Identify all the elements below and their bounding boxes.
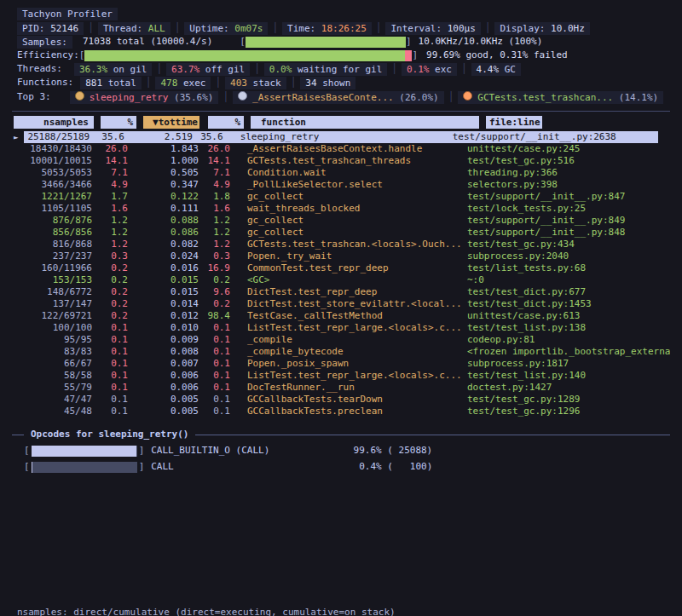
table-row[interactable]: 816/8681.20.0821.2GCTests.test_trashcan.… [24, 239, 682, 250]
cell-pct-cumulative: 14.1 [199, 155, 230, 167]
table-row[interactable]: 47/470.10.0050.1GCCallbackTests.tearDown… [24, 394, 682, 406]
gc-value: 4.4% [477, 64, 500, 75]
table-row[interactable]: 58/580.10.0060.1ListTest.test_repr_large… [24, 370, 682, 382]
table-row[interactable]: 55/790.10.0060.1DocTestRunner.__rundocte… [24, 382, 682, 394]
cell-pct-cumulative: 0.1 [199, 394, 230, 406]
cell-tottime: 0.009 [128, 334, 199, 346]
table-row[interactable]: 160/119660.20.01616.9CommonTest.test_rep… [24, 262, 682, 274]
ongil-value: 36.3% [79, 64, 107, 75]
cell-function: gc_collect [230, 215, 467, 227]
cell-tottime: 0.007 [128, 358, 199, 370]
cell-nsamples: 83/83 [24, 346, 92, 358]
cell-pct-cumulative: 1.8 [199, 191, 230, 203]
thread-label: Thread: [103, 23, 142, 34]
samples-gauge [246, 37, 406, 48]
cell-function: GCCallbackTests.preclean [230, 406, 467, 417]
cell-pct-cumulative: 0.2 [199, 274, 230, 286]
thread-field[interactable]: Thread: ALL [98, 22, 170, 35]
table-row[interactable]: ►25188/2518935.62.51935.6sleeping_retryt… [24, 131, 658, 143]
cell-function: DocTestRunner.__run [230, 382, 467, 394]
table-row[interactable]: 45/480.10.0050.1GCCallbackTests.preclean… [24, 406, 682, 417]
table-row[interactable]: 95/950.10.0090.1_compilecodeop.py:81 [24, 334, 682, 346]
table-row[interactable]: 1105/11051.60.1111.6wait_threads_blocked… [24, 203, 682, 215]
table-row[interactable]: 856/8561.20.0861.2gc_collecttest/support… [24, 227, 682, 239]
cell-pct-direct: 0.1 [92, 322, 128, 334]
cell-file-line: test/support/__init__.py:847 [467, 191, 680, 203]
top3-item-1: sleeping_retry (35.6%) [70, 91, 219, 104]
cell-function: gc_collect [230, 227, 467, 239]
table-row[interactable]: 1221/12671.70.1221.8gc_collecttest/suppo… [24, 191, 682, 203]
cell-pct-direct: 0.1 [92, 370, 128, 382]
opcode-pct: 0.4% ( 100) [347, 460, 432, 474]
gc-label: GC [499, 64, 516, 75]
cell-pct-cumulative: 0.1 [199, 358, 230, 370]
table-row[interactable]: 10001/1001514.11.00014.1GCTests.test_tra… [24, 155, 682, 167]
bracket: [ [79, 49, 85, 62]
table-row[interactable]: 148/67720.20.0159.6DictTest.test_repr_de… [24, 286, 682, 298]
separator: │ [481, 21, 495, 35]
table-row[interactable]: 237/2370.30.0240.3Popen._try_waitsubproc… [24, 250, 682, 262]
threads-offgil: 63.7% off gil [166, 63, 250, 76]
cell-function: Popen._try_wait [230, 250, 467, 262]
table-row[interactable]: 153/1530.20.0150.2<GC>~:0 [24, 274, 682, 286]
exc-value: 0.1% [407, 64, 430, 75]
table-row[interactable]: 5053/50537.10.5057.1Condition.waitthread… [24, 167, 682, 179]
table-row[interactable]: 876/8761.20.0881.2gc_collecttest/support… [24, 215, 682, 227]
cell-file-line: test/support/__init__.py:2638 [453, 131, 658, 143]
separator: │ [250, 62, 264, 76]
table-row[interactable]: 122/697210.20.01298.4TestCase._callTestM… [24, 310, 682, 322]
cell-pct-direct: 1.2 [92, 215, 128, 227]
table-row[interactable]: 83/830.10.0080.1_compile_bytecode<frozen… [24, 346, 682, 358]
table-row[interactable]: 3466/34664.90.3474.9_PollLikeSelector.se… [24, 179, 682, 191]
cell-file-line: selectors.py:398 [467, 179, 680, 191]
cell-pct-cumulative: 9.6 [199, 286, 230, 298]
table-row[interactable]: 100/1000.10.0100.1ListTest.test_repr_lar… [24, 322, 682, 334]
total-value: 881 [85, 78, 102, 89]
bracket: ] [139, 444, 145, 458]
cell-tottime: 0.014 [128, 298, 199, 310]
cell-pct-cumulative: 26.0 [199, 143, 230, 155]
bracket: ] [406, 35, 412, 49]
time-field: Time: 18:26:25 [282, 22, 372, 35]
table-row[interactable]: 66/670.10.0070.1Popen._posix_spawnsubpro… [24, 358, 682, 370]
cell-function: DictTest.test_store_evilattr.<local... [230, 298, 467, 310]
bracket: [ [240, 35, 246, 49]
cell-tottime: 0.005 [128, 394, 199, 406]
column-header-pct2[interactable]: % [208, 116, 244, 129]
top3-name: _AssertRaisesBaseConte... [252, 92, 394, 103]
cell-tottime: 0.122 [128, 191, 199, 203]
column-header-function[interactable]: function [251, 116, 479, 129]
shown-value: 34 [305, 78, 316, 89]
top3-item-3: GCTests.test_trashcan... (14.1%) [458, 91, 663, 104]
cell-nsamples: 45/48 [24, 406, 92, 417]
cell-nsamples: 3466/3466 [24, 179, 92, 191]
column-header-file[interactable]: file:line [486, 116, 542, 129]
cell-pct-cumulative: 98.4 [199, 310, 230, 322]
footer-legend: nsamples: direct/cumulative (direct=exec… [17, 603, 396, 616]
cell-pct-direct: 1.7 [92, 191, 128, 203]
column-header-tottime-sorted[interactable]: ▼tottime [143, 116, 199, 129]
table-row[interactable]: 18430/1843026.01.84326.0_AssertRaisesBas… [24, 143, 682, 155]
cell-nsamples: 816/868 [24, 239, 92, 250]
cell-pct-direct: 7.1 [92, 167, 128, 179]
separator: │ [84, 21, 98, 35]
cell-nsamples: 5053/5053 [24, 167, 92, 179]
cell-file-line: test/support/__init__.py:849 [467, 215, 680, 227]
top3-name: GCTests.test_trashcan... [477, 92, 613, 103]
functions-shown: 34 shown [300, 77, 355, 89]
status-line: PID: 52146│Thread: ALL│Uptime: 0m07s│Tim… [17, 21, 682, 35]
cell-function: ListTest.test_repr_large.<locals>.c... [230, 370, 467, 382]
silver-medal-icon [238, 91, 247, 101]
opcode-pct: 99.6% ( 25088) [347, 444, 432, 458]
table-row[interactable]: 137/1470.20.0140.2DictTest.test_store_ev… [24, 298, 682, 310]
cell-pct-cumulative: 16.9 [199, 262, 230, 274]
cell-tottime: 0.082 [128, 239, 199, 250]
column-header-nsamples[interactable]: nsamples [14, 116, 94, 129]
column-header-pct1[interactable]: % [101, 116, 136, 129]
function-table: ►25188/2518935.62.51935.6sleeping_retryt… [0, 131, 682, 417]
cell-file-line: test/test_gc.py:516 [467, 155, 680, 167]
cell-file-line: doctest.py:1427 [467, 382, 680, 394]
cell-file-line: ~:0 [467, 274, 680, 286]
cell-pct-direct: 26.0 [92, 143, 128, 155]
cell-pct-cumulative: 1.2 [199, 215, 230, 227]
